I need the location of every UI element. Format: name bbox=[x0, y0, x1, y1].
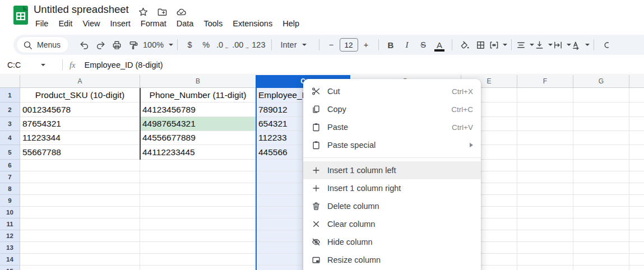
cell-H13[interactable] bbox=[629, 242, 644, 254]
cell-G14[interactable] bbox=[573, 254, 629, 266]
cell-F12[interactable] bbox=[517, 230, 573, 242]
cell-G12[interactable] bbox=[573, 230, 629, 242]
cell-F9[interactable] bbox=[517, 195, 573, 207]
cell-B12[interactable] bbox=[140, 230, 256, 242]
row-header-9[interactable]: 9 bbox=[0, 195, 20, 207]
cell-F11[interactable] bbox=[517, 218, 573, 230]
cell-B4[interactable]: 44556677889 bbox=[140, 131, 256, 145]
cell-G7[interactable] bbox=[573, 171, 629, 183]
cell-B15[interactable] bbox=[140, 266, 256, 270]
cell-G3[interactable] bbox=[573, 117, 629, 131]
menu-extensions[interactable]: Extensions bbox=[228, 18, 277, 29]
cell-A8[interactable] bbox=[20, 183, 140, 195]
sheets-logo-icon[interactable] bbox=[13, 6, 28, 25]
context-menu-item-copy[interactable]: CopyCtrl+C bbox=[303, 100, 481, 118]
row-header-2[interactable]: 2 bbox=[0, 103, 20, 117]
menu-edit[interactable]: Edit bbox=[53, 18, 77, 29]
context-menu-item-clear-column[interactable]: Clear column bbox=[303, 215, 481, 233]
text-color-button[interactable]: A bbox=[432, 36, 448, 53]
fill-color-button[interactable] bbox=[456, 36, 472, 53]
cell-H2[interactable] bbox=[629, 103, 644, 117]
cell-H6[interactable] bbox=[629, 160, 644, 171]
cell-G2[interactable] bbox=[573, 103, 629, 117]
cell-G13[interactable] bbox=[573, 242, 629, 254]
row-header-8[interactable]: 8 bbox=[0, 183, 20, 195]
select-all-corner[interactable] bbox=[0, 75, 20, 88]
cell-H3[interactable] bbox=[629, 117, 644, 131]
context-menu-item-paste-special[interactable]: Paste special bbox=[303, 136, 481, 154]
format-as-currency-button[interactable]: $ bbox=[182, 36, 198, 53]
cell-F6[interactable] bbox=[517, 160, 573, 171]
cell-B5[interactable]: 44112233445 bbox=[140, 145, 256, 160]
cell-A13[interactable] bbox=[20, 242, 140, 254]
italic-button[interactable]: I bbox=[399, 36, 415, 53]
horizontal-align-button[interactable] bbox=[516, 36, 534, 53]
font-size-value[interactable]: 12 bbox=[340, 38, 358, 52]
cell-G8[interactable] bbox=[573, 183, 629, 195]
cell-A4[interactable]: 11223344 bbox=[20, 131, 140, 145]
column-header-B[interactable]: B bbox=[140, 75, 256, 88]
cell-A11[interactable] bbox=[20, 218, 140, 230]
cell-H10[interactable] bbox=[629, 207, 644, 218]
row-header-6[interactable]: 6 bbox=[0, 160, 20, 171]
more-number-formats-button[interactable]: 123 bbox=[250, 36, 267, 53]
cell-B6[interactable] bbox=[140, 160, 256, 171]
row-header-7[interactable]: 7 bbox=[0, 171, 20, 183]
cell-A15[interactable] bbox=[20, 266, 140, 270]
cell-A2[interactable]: 0012345678 bbox=[20, 103, 140, 117]
cell-F10[interactable] bbox=[517, 207, 573, 218]
zoom-button[interactable]: 100% bbox=[141, 36, 173, 53]
cell-B8[interactable] bbox=[140, 183, 256, 195]
increase-font-size-button[interactable]: + bbox=[358, 36, 374, 53]
cell-H14[interactable] bbox=[629, 254, 644, 266]
cell-G15[interactable] bbox=[573, 266, 629, 270]
merge-cells-button[interactable] bbox=[489, 36, 507, 53]
cell-F5[interactable] bbox=[517, 145, 573, 160]
star-icon[interactable] bbox=[138, 7, 149, 17]
menu-data[interactable]: Data bbox=[172, 18, 199, 29]
cell-A12[interactable] bbox=[20, 230, 140, 242]
move-folder-icon[interactable] bbox=[157, 7, 168, 17]
paint-format-button[interactable] bbox=[125, 36, 141, 53]
menu-tools[interactable]: Tools bbox=[198, 18, 228, 29]
cell-A14[interactable] bbox=[20, 254, 140, 266]
row-header-13[interactable]: 13 bbox=[0, 242, 20, 254]
cell-B9[interactable] bbox=[140, 195, 256, 207]
cell-B13[interactable] bbox=[140, 242, 256, 254]
cell-F8[interactable] bbox=[517, 183, 573, 195]
cell-B10[interactable] bbox=[140, 207, 256, 218]
cell-F3[interactable] bbox=[517, 117, 573, 131]
cell-B7[interactable] bbox=[140, 171, 256, 183]
cell-A5[interactable]: 55667788 bbox=[20, 145, 140, 160]
row-header-10[interactable]: 10 bbox=[0, 207, 20, 218]
menu-file[interactable]: File bbox=[30, 18, 53, 29]
print-button[interactable] bbox=[109, 36, 125, 53]
cell-H4[interactable] bbox=[629, 131, 644, 145]
bold-button[interactable]: B bbox=[383, 36, 399, 53]
cell-H1[interactable] bbox=[629, 88, 644, 103]
increase-decimal-places-button[interactable]: .00→ bbox=[230, 36, 250, 53]
cell-A10[interactable] bbox=[20, 207, 140, 218]
cell-A6[interactable] bbox=[20, 160, 140, 171]
cell-A9[interactable] bbox=[20, 195, 140, 207]
column-header-F[interactable]: F bbox=[517, 75, 573, 88]
context-menu-item-delete-column[interactable]: Delete column bbox=[303, 197, 481, 215]
cell-F14[interactable] bbox=[517, 254, 573, 266]
row-header-15[interactable]: 15 bbox=[0, 266, 20, 270]
column-header-A[interactable]: A bbox=[20, 75, 140, 88]
context-menu-item-paste[interactable]: PasteCtrl+V bbox=[303, 118, 481, 136]
cell-H7[interactable] bbox=[629, 171, 644, 183]
row-header-14[interactable]: 14 bbox=[0, 254, 20, 266]
cell-B3[interactable]: 44987654321 bbox=[140, 117, 256, 131]
cell-H15[interactable] bbox=[629, 266, 644, 270]
row-header-5[interactable]: 5 bbox=[0, 145, 20, 160]
name-box[interactable]: C:C bbox=[0, 60, 59, 69]
decrease-decimal-places-button[interactable]: .0← bbox=[214, 36, 230, 53]
text-wrapping-button[interactable] bbox=[553, 36, 571, 53]
cell-A7[interactable] bbox=[20, 171, 140, 183]
menu-format[interactable]: Format bbox=[136, 18, 172, 29]
menu-view[interactable]: View bbox=[77, 18, 105, 29]
context-menu-item-cut[interactable]: CutCtrl+X bbox=[303, 82, 481, 100]
cell-G5[interactable] bbox=[573, 145, 629, 160]
menu-help[interactable]: Help bbox=[277, 18, 304, 29]
